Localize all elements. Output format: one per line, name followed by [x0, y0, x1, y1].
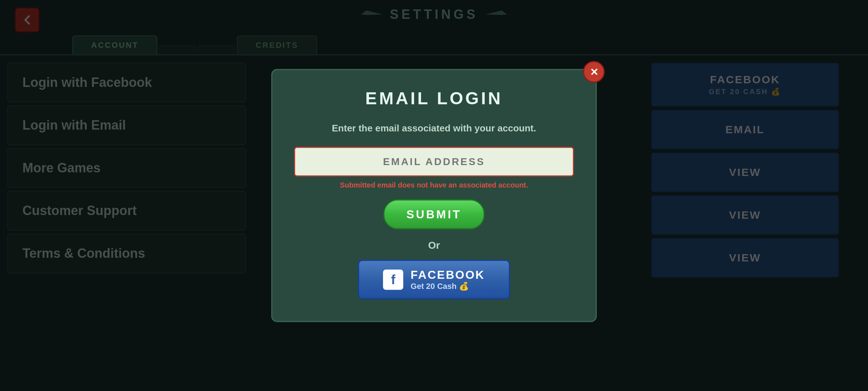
submit-button[interactable]: SUBMIT	[383, 199, 485, 230]
facebook-cash-label: Get 20 Cash 💰	[410, 282, 468, 291]
facebook-button-label: FACEBOOK	[410, 268, 485, 282]
modal-subtitle: Enter the email associated with your acc…	[294, 123, 574, 134]
email-input[interactable]	[294, 147, 574, 177]
facebook-modal-button[interactable]: f FACEBOOK Get 20 Cash 💰	[358, 260, 510, 299]
error-message: Submitted email does not have an associa…	[294, 181, 574, 189]
modal-title: EMAIL LOGIN	[294, 88, 574, 108]
email-login-modal: ✕ EMAIL LOGIN Enter the email associated…	[271, 69, 597, 322]
modal-close-button[interactable]: ✕	[583, 61, 605, 83]
facebook-icon: f	[383, 269, 403, 290]
or-divider: Or	[294, 240, 574, 251]
